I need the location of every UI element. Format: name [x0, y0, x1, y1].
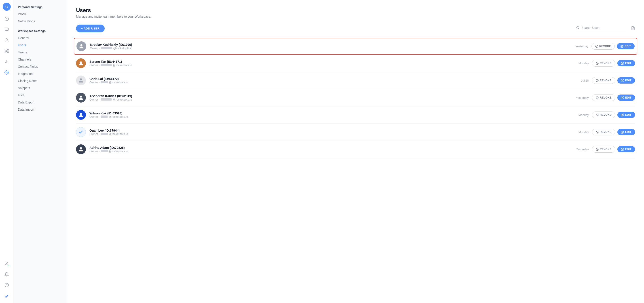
- revoke-button[interactable]: REVOKE: [592, 60, 615, 67]
- svg-rect-5: [8, 49, 8, 50]
- nav-settings-icon[interactable]: [2, 68, 11, 77]
- svg-line-35: [596, 131, 598, 133]
- edit-button[interactable]: EDIT: [618, 112, 635, 118]
- nav-contacts-icon[interactable]: [2, 36, 11, 45]
- sidebar-item-teams[interactable]: Teams: [14, 49, 67, 56]
- nav-bell-icon[interactable]: [2, 270, 11, 279]
- sidebar-item-data-import[interactable]: Data Import: [14, 106, 67, 113]
- user-name: Iaroslav Kudritskiy (ID:1796): [90, 43, 576, 46]
- svg-point-36: [80, 147, 82, 149]
- sidebar-item-channels[interactable]: Channels: [14, 56, 67, 63]
- user-avatar-icon[interactable]: C: [3, 3, 11, 11]
- edit-button[interactable]: EDIT: [618, 77, 635, 84]
- table-row: Quan Lee (ID:67944) Owner · @rocketbots.…: [76, 124, 635, 141]
- workspace-settings-title: Workspace Settings: [14, 28, 67, 34]
- svg-line-38: [596, 148, 598, 150]
- revoke-button[interactable]: REVOKE: [592, 43, 615, 50]
- revoke-button[interactable]: REVOKE: [592, 77, 615, 84]
- svg-line-21: [596, 45, 598, 47]
- avatar: [76, 127, 86, 137]
- edit-button[interactable]: EDIT: [618, 60, 635, 66]
- table-row: Serene Tan (ID:44171) Owner · @rocketbot…: [76, 55, 635, 72]
- main-content: Users Manage and invite team members to …: [67, 0, 644, 303]
- nav-user-bottom-icon[interactable]: [2, 259, 11, 268]
- sidebar-item-closing-notes[interactable]: Closing Notes: [14, 77, 67, 84]
- user-list: Iaroslav Kudritskiy (ID:1796) Owner · @r…: [76, 38, 635, 158]
- sidebar-item-snippets[interactable]: Snippets: [14, 84, 67, 92]
- svg-line-17: [578, 28, 579, 29]
- page-subtitle: Manage and invite team members to your W…: [76, 15, 635, 18]
- nav-check-icon[interactable]: [2, 291, 11, 300]
- svg-line-24: [596, 62, 598, 64]
- avatar: [76, 93, 86, 103]
- user-date: Monday: [578, 113, 589, 117]
- svg-point-31: [80, 113, 82, 115]
- sidebar-item-files[interactable]: Files: [14, 92, 67, 99]
- edit-button[interactable]: EDIT: [617, 43, 634, 49]
- export-icon[interactable]: [631, 26, 635, 31]
- revoke-button[interactable]: REVOKE: [592, 146, 615, 153]
- avatar: [76, 144, 86, 154]
- user-date: Monday: [578, 62, 589, 65]
- edit-button[interactable]: EDIT: [618, 146, 635, 152]
- edit-button[interactable]: EDIT: [618, 94, 635, 101]
- icon-bar: C: [0, 0, 14, 303]
- svg-point-28: [80, 96, 82, 98]
- sidebar-item-users[interactable]: Users: [14, 41, 67, 49]
- user-date: Yesterday: [576, 148, 589, 151]
- user-name: Arvindran Kalidas (ID:62319): [90, 94, 576, 98]
- user-role: Owner · @rocketbots.io: [90, 46, 576, 50]
- svg-rect-7: [5, 52, 6, 53]
- user-name: Adrina Adam (ID:70825): [90, 146, 576, 149]
- user-name: Serene Tan (ID:44171): [90, 60, 578, 63]
- search-input[interactable]: [582, 26, 626, 29]
- svg-line-27: [596, 79, 598, 81]
- svg-point-16: [576, 26, 579, 29]
- svg-point-3: [6, 39, 8, 40]
- revoke-button[interactable]: REVOKE: [592, 129, 615, 135]
- svg-point-19: [80, 44, 82, 46]
- user-role: Owner · @rocketbots.io: [90, 98, 576, 101]
- table-row: Arvindran Kalidas (ID:62319) Owner · @ro…: [76, 89, 635, 106]
- revoke-button[interactable]: REVOKE: [592, 111, 615, 118]
- table-row: Wilson Kok (ID:63598) Owner · @rocketbot…: [76, 106, 635, 124]
- sidebar-item-data-export[interactable]: Data Export: [14, 99, 67, 106]
- user-role: Owner · @rocketbots.io: [90, 115, 578, 118]
- avatar: [76, 110, 86, 120]
- user-date: Yesterday: [576, 45, 588, 48]
- avatar: [76, 58, 86, 68]
- svg-point-12: [6, 72, 7, 73]
- nav-chat-icon[interactable]: [2, 25, 11, 34]
- sidebar-item-general[interactable]: General: [14, 34, 67, 41]
- search-icon: [576, 26, 580, 29]
- nav-reports-icon[interactable]: [2, 57, 11, 66]
- sidebar-item-notifications[interactable]: Notifications: [14, 18, 67, 25]
- personal-settings-title: Personal Settings: [14, 4, 67, 10]
- table-row: Adrina Adam (ID:70825) Owner · @rocketbo…: [76, 141, 635, 158]
- avatar: [76, 41, 86, 51]
- svg-line-33: [596, 114, 598, 116]
- user-role: Owner · @rocketbots.io: [90, 63, 578, 67]
- user-name: Quan Lee (ID:67944): [90, 129, 578, 132]
- avatar: [76, 75, 86, 85]
- table-row: Chris Lai (ID:44172) Owner · @rocketbots…: [76, 72, 635, 89]
- revoke-button[interactable]: REVOKE: [592, 94, 615, 101]
- user-date: Yesterday: [576, 96, 589, 99]
- nav-help-icon[interactable]: [2, 281, 11, 290]
- add-user-button[interactable]: + ADD USER: [76, 24, 105, 32]
- user-date: Monday: [578, 130, 589, 134]
- nav-network-icon[interactable]: [2, 46, 11, 55]
- sidebar-item-integrations[interactable]: Integrations: [14, 70, 67, 77]
- edit-button[interactable]: EDIT: [618, 129, 635, 135]
- svg-point-25: [80, 78, 82, 80]
- sidebar-item-profile[interactable]: Profile: [14, 10, 67, 18]
- sidebar: Personal Settings Profile Notifications …: [14, 0, 67, 303]
- user-date: Jul 28: [581, 79, 589, 82]
- nav-home-icon[interactable]: [2, 14, 11, 23]
- user-name: Wilson Kok (ID:63598): [90, 111, 578, 115]
- svg-rect-4: [5, 49, 6, 50]
- user-name: Chris Lai (ID:44172): [90, 77, 581, 81]
- svg-rect-6: [6, 50, 7, 52]
- user-role: Owner · @rocketbots.io: [90, 81, 581, 84]
- sidebar-item-contact-fields[interactable]: Contact Fields: [14, 63, 67, 70]
